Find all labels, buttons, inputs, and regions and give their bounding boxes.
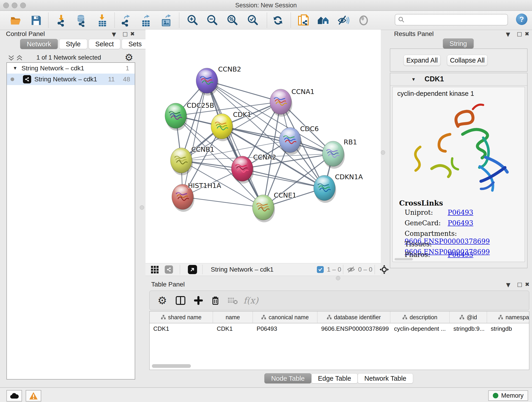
tab-network-table[interactable]: Network Table xyxy=(358,373,413,383)
control-panel-title: Control Panel xyxy=(6,30,45,38)
column-header-description[interactable]: description xyxy=(390,312,450,323)
table-cell[interactable]: CDK1 xyxy=(213,325,253,332)
hide-annotations-button[interactable] xyxy=(337,14,350,27)
results-panel-float-icon[interactable]: □ xyxy=(517,31,522,37)
search-input[interactable] xyxy=(395,14,508,26)
memory-button[interactable]: Memory xyxy=(488,390,528,401)
expand-all-button[interactable]: Expand All xyxy=(404,55,441,66)
selected-nodes-checkbox[interactable] xyxy=(317,263,324,276)
node-RB1[interactable] xyxy=(322,141,345,169)
column-header-namespace[interactable]: namespace xyxy=(487,312,529,323)
control-panel-menu-icon[interactable]: ▼ xyxy=(112,32,116,37)
tab-node-table[interactable]: Node Table xyxy=(264,373,311,383)
cloud-status-button[interactable] xyxy=(6,390,22,402)
node-CCNB2[interactable] xyxy=(196,68,219,96)
clone-network-button[interactable] xyxy=(297,14,310,27)
save-session-button[interactable] xyxy=(30,14,43,27)
zoom-out-button[interactable] xyxy=(206,14,219,27)
show-graphics-details-button[interactable] xyxy=(357,14,370,27)
edge-CCNA2-CDKN1A[interactable] xyxy=(242,169,324,188)
table-row[interactable]: CDK1CDK1P064939606.ENSP00000378699cyclin… xyxy=(150,323,529,334)
node-CDC25B[interactable] xyxy=(165,103,187,131)
column-header-shared-name[interactable]: shared name xyxy=(150,312,213,323)
image-export-icon xyxy=(160,14,173,27)
import-table-button[interactable] xyxy=(96,14,109,27)
import-network-from-database-button[interactable] xyxy=(75,14,88,27)
crosslink-value-link[interactable]: P06493 xyxy=(448,219,473,227)
collapse-entry-icon[interactable]: ▼ xyxy=(411,77,416,82)
hidden-elements-button[interactable] xyxy=(347,263,355,276)
show-column-panel-button[interactable] xyxy=(172,291,189,310)
table-cell[interactable]: stringdb xyxy=(487,325,529,332)
tab-select[interactable]: Select xyxy=(89,39,120,49)
grid-view-button[interactable] xyxy=(151,263,158,276)
crosslink-value-link[interactable]: P06493 xyxy=(448,251,473,259)
export-network-button[interactable] xyxy=(120,14,133,27)
horizontal-splitter-handle[interactable] xyxy=(336,276,340,280)
table-panel-float-icon[interactable]: □ xyxy=(517,282,522,287)
tab-edge-table[interactable]: Edge Table xyxy=(311,373,358,383)
detach-view-button[interactable] xyxy=(165,263,173,276)
results-panel-menu-icon[interactable]: ▼ xyxy=(506,32,510,37)
collapse-all-button[interactable]: Collapse All xyxy=(447,55,488,66)
apply-layout-button[interactable] xyxy=(271,14,285,27)
zoom-in-button[interactable] xyxy=(186,14,199,27)
tab-style[interactable]: Style xyxy=(59,39,87,49)
zoom-fit-button[interactable] xyxy=(226,14,239,27)
open-session-button[interactable] xyxy=(9,14,23,27)
warnings-button[interactable] xyxy=(26,390,41,402)
help-button[interactable]: ? xyxy=(516,13,527,25)
crosslink-value-link[interactable]: P06493 xyxy=(448,209,473,216)
crosslink-label: Tissues: xyxy=(405,240,448,248)
column-header--id[interactable]: @id xyxy=(450,312,487,323)
table-options-gear-icon[interactable]: ⚙ xyxy=(154,291,170,310)
table-panel-menu-icon[interactable]: ▼ xyxy=(506,282,510,288)
function-builder-button[interactable]: f(x) xyxy=(242,291,260,310)
table-cell[interactable]: cyclin-dependent ... xyxy=(390,325,450,332)
create-column-button[interactable] xyxy=(190,291,206,310)
delete-column-button[interactable] xyxy=(207,291,223,310)
control-panel-close-icon[interactable]: ✖ xyxy=(130,31,135,37)
zoom-selected-button[interactable] xyxy=(246,14,259,27)
tab-network[interactable]: Network xyxy=(20,39,58,49)
edge-CCNE1-HIST1H1A[interactable] xyxy=(183,197,263,207)
node-CCNB1[interactable] xyxy=(171,148,193,175)
network-collection-row[interactable]: ▼ String Network – cdk1 1 xyxy=(7,63,135,74)
tab-sets[interactable]: Sets xyxy=(122,39,148,49)
table-cell[interactable]: stringdb:9... xyxy=(450,325,487,332)
table-panel-close-icon[interactable]: ✖ xyxy=(525,282,530,287)
results-hscrollbar[interactable] xyxy=(394,258,413,260)
network-options-gear-icon[interactable]: ⚙ xyxy=(125,52,133,63)
delete-table-button[interactable] xyxy=(225,291,241,310)
table-cell[interactable]: 9606.ENSP00000378699 xyxy=(317,325,390,332)
results-panel-close-icon[interactable]: ✖ xyxy=(525,31,529,37)
node-label-CDKN1A: CDKN1A xyxy=(335,173,363,181)
table-cell[interactable]: P06493 xyxy=(253,325,317,332)
edge-CCNB2-HIST1H1A[interactable] xyxy=(183,81,207,197)
node-CDK1[interactable] xyxy=(211,114,234,141)
column-type-icon xyxy=(498,315,503,320)
column-header-name[interactable]: name xyxy=(213,312,253,323)
export-table-button[interactable] xyxy=(139,14,152,27)
column-header-database-identifier[interactable]: database identifier xyxy=(317,312,390,323)
export-image-button[interactable] xyxy=(160,14,173,27)
left-splitter-handle[interactable] xyxy=(140,205,144,210)
node-CCNE1[interactable] xyxy=(253,195,275,222)
network-row-selected[interactable]: String Network – cdk1 11 48 xyxy=(7,74,135,85)
table-cell[interactable]: CDK1 xyxy=(150,325,213,332)
show-all-networks-button[interactable] xyxy=(317,14,330,27)
network-canvas[interactable]: CCNB2CCNA1CDC25BCDK1CDC6RB1CCNB1CCNA2CDK… xyxy=(146,30,381,263)
node-CDKN1A[interactable] xyxy=(314,175,336,203)
column-header-canonical-name[interactable]: canonical name xyxy=(253,312,317,323)
table-hscrollbar[interactable] xyxy=(152,364,191,368)
import-network-button[interactable] xyxy=(56,14,69,27)
tab-string[interactable]: String xyxy=(443,38,474,49)
birds-eye-view-button[interactable] xyxy=(188,263,197,276)
node-CCNA2[interactable] xyxy=(231,156,254,184)
control-panel-float-icon[interactable]: □ xyxy=(123,31,128,37)
tree-expand-icon[interactable]: ▼ xyxy=(13,65,17,71)
node-CDC6[interactable] xyxy=(279,128,302,155)
node-CCNA1[interactable] xyxy=(270,89,292,117)
share-icon xyxy=(165,265,173,274)
node-result-header[interactable]: ▼ CDK1 xyxy=(390,73,527,86)
